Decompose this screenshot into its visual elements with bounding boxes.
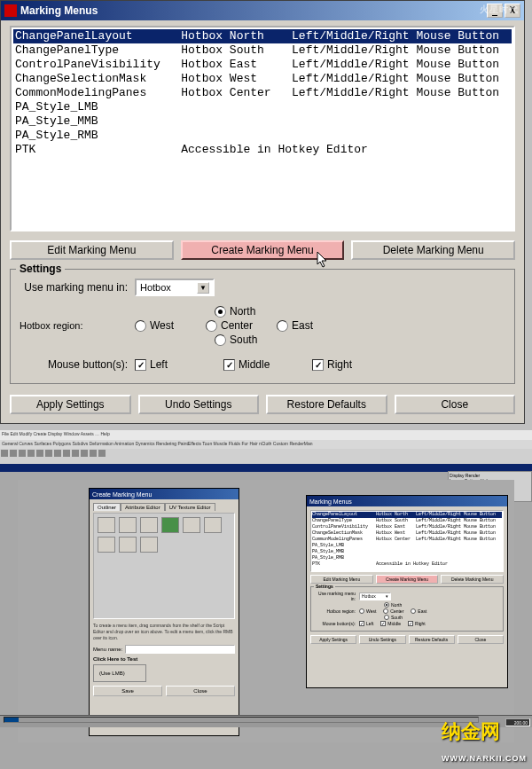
mini-list-item[interactable]: PA_Style_RMB — [312, 555, 502, 561]
window-title: Marking Menus — [20, 4, 98, 17]
mini-edit-button[interactable]: Edit Marking Menu — [310, 575, 373, 584]
sub-close-button[interactable]: Close — [166, 686, 235, 696]
mini-create-button[interactable]: Create Marking Menu — [376, 575, 439, 584]
list-item[interactable]: PA_Style_MMB — [13, 114, 512, 129]
restore-defaults-button[interactable]: Restore Defaults — [266, 395, 387, 414]
menu-name-label: Menu name: — [93, 647, 122, 652]
menu-list[interactable]: ChangePanelLayout Hotbox North Left/Midd… — [10, 26, 515, 231]
mini-delete-button[interactable]: Delete Marking Menu — [441, 575, 504, 584]
list-item[interactable]: ChangeSelectionMask Hotbox West Left/Mid… — [13, 72, 512, 86]
mini-list[interactable]: ChangePanelLayout Hotbox North Left/Midd… — [310, 510, 504, 572]
mini-list-item[interactable]: ChangePanelType Hotbox South Left/Middle… — [312, 518, 502, 524]
mini-list-item[interactable]: ChangeSelectionMask Hotbox West Left/Mid… — [312, 530, 502, 537]
undo-settings-button[interactable]: Undo Settings — [138, 395, 260, 414]
app-icon — [4, 4, 17, 17]
mini-south[interactable]: South — [384, 615, 403, 620]
titlebar[interactable]: Marking Menus _ X — [1, 1, 524, 20]
settings-group: Settings Use marking menu in: Hotbox Nor… — [10, 269, 515, 384]
mini-left[interactable]: Left — [359, 621, 373, 626]
mini-list-item[interactable]: PA_Style_LMB — [312, 543, 502, 549]
region-south-radio[interactable]: South — [215, 333, 268, 346]
mini-list-item[interactable]: ChangePanelLayout Hotbox North Left/Midd… — [312, 512, 502, 518]
apply-settings-button[interactable]: Apply Settings — [10, 395, 131, 414]
tab-outliner[interactable]: Outliner — [93, 503, 121, 511]
mini-use-select[interactable]: Hotbox — [359, 592, 391, 600]
settings-title: Settings — [16, 263, 65, 275]
list-item[interactable]: ControlPaneVisibility Hotbox East Left/M… — [13, 58, 512, 72]
mini-center[interactable]: Center — [383, 608, 403, 614]
click-test-label: Click Here to Test — [93, 656, 235, 662]
mini-west[interactable]: West — [359, 608, 376, 614]
mini-list-item[interactable]: CommonModelingPanes Hotbox Center Left/M… — [312, 537, 502, 543]
mouse-right-checkbox[interactable]: Right — [312, 358, 365, 371]
mini-undo[interactable]: Undo Settings — [359, 635, 405, 644]
mini-close[interactable]: Close — [458, 635, 504, 644]
hotbox-region-label: Hotbox region: — [20, 320, 135, 331]
delete-marking-menu-button[interactable]: Delete Marking Menu — [351, 240, 515, 260]
tab-attribute-editor[interactable]: Attribute Editor — [121, 503, 165, 511]
app-tabbar[interactable]: General Curves Surfaces Polygons Subdivs… — [0, 440, 532, 449]
mini-list-item[interactable]: PTK Accessible in Hotkey Editor — [312, 561, 502, 568]
list-item[interactable]: CommonModelingPanes Hotbox Center Left/M… — [13, 86, 512, 100]
icon-grid[interactable] — [93, 513, 235, 619]
use-marking-menu-label: Use marking menu in: — [20, 281, 135, 294]
tab-uv-texture-editor[interactable]: UV Texture Editor — [165, 503, 215, 511]
region-east-radio[interactable]: East — [277, 319, 330, 332]
list-item[interactable]: ChangePanelLayout Hotbox North Left/Midd… — [13, 29, 512, 43]
menu-name-input[interactable] — [125, 645, 235, 654]
mouse-left-checkbox[interactable]: Left — [135, 358, 188, 371]
mini-list-item[interactable]: ControlPaneVisibility Hotbox East Left/M… — [312, 524, 502, 530]
edit-marking-menu-button[interactable]: Edit Marking Menu — [10, 240, 174, 260]
watermark: 火星时代 — [480, 4, 519, 16]
region-west-radio[interactable]: West — [135, 319, 188, 332]
mouse-middle-checkbox[interactable]: Middle — [223, 358, 277, 371]
mini-marking-menus-dialog: Marking Menus ChangePanelLayout Hotbox N… — [306, 495, 508, 688]
mini-right[interactable]: Right — [408, 621, 426, 626]
lower-screenshot: File Edit Modify Create Display Window A… — [0, 430, 532, 769]
list-item[interactable]: PTK Accessible in Hotkey Editor — [13, 143, 512, 157]
region-north-radio[interactable]: North — [215, 305, 268, 318]
sub-left-title[interactable]: Create Marking Menu — [92, 491, 152, 498]
hotbox-region-grid: North Hotbox region: West Center East So… — [142, 305, 505, 346]
mouse-buttons-label: Mouse button(s): — [20, 358, 135, 371]
mini-north[interactable]: North — [384, 602, 402, 608]
region-center-radio[interactable]: Center — [206, 319, 259, 332]
grid-hint: To create a menu item, drag commands fro… — [93, 623, 235, 641]
list-item[interactable]: PA_Style_RMB — [13, 129, 512, 143]
mini-list-item[interactable]: PA_Style_MMB — [312, 549, 502, 555]
logo: 纳金网 WWW.NARKII.COM — [442, 718, 527, 765]
app-menubar[interactable]: File Edit Modify Create Display Window A… — [0, 430, 532, 440]
app-toolbar[interactable] — [0, 449, 532, 465]
sub-right-title[interactable]: Marking Menus — [309, 498, 352, 505]
list-item[interactable]: ChangePanelType Hotbox South Left/Middle… — [13, 43, 512, 58]
use-marking-menu-select[interactable]: Hotbox — [135, 279, 215, 296]
mini-restore[interactable]: Restore Defaults — [409, 635, 455, 644]
create-marking-menu-button[interactable]: Create Marking Menu — [181, 240, 345, 260]
mini-apply[interactable]: Apply Settings — [310, 635, 356, 644]
click-test-area[interactable]: (Use LMB) — [93, 664, 146, 682]
list-item[interactable]: PA_Style_LMB — [13, 100, 512, 114]
sub-save-button[interactable]: Save — [93, 686, 162, 696]
mini-settings-title: Settings — [314, 584, 335, 589]
create-marking-menu-dialog: Create Marking Menu Outliner Attribute E… — [89, 488, 239, 736]
close-dialog-button[interactable]: Close — [395, 395, 516, 414]
marking-menus-dialog: Marking Menus _ X 火星时代 ChangePanelLayout… — [0, 0, 525, 424]
mini-middle[interactable]: Middle — [380, 621, 401, 626]
mini-east[interactable]: East — [411, 608, 426, 614]
